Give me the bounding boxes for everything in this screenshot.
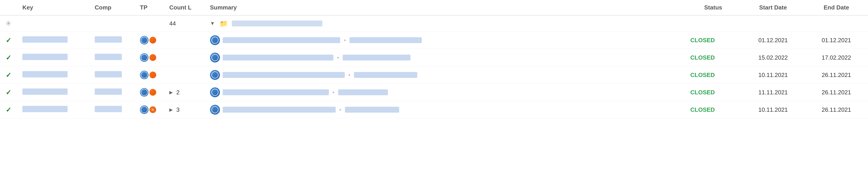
col-header-end-date[interactable]: End Date: [805, 0, 868, 15]
aggregate-status-cell: [685, 15, 741, 32]
row4-end-date: 26.11.2021: [805, 84, 868, 101]
row2-summary-icon: [210, 52, 220, 63]
row1-comp-blurred: [95, 36, 122, 43]
row4-summary-text2: [338, 89, 388, 95]
row2-status-badge: CLOSED: [690, 54, 715, 61]
row3-tp-atlas-icon: [140, 71, 149, 79]
row1-summary-cell: •: [205, 32, 685, 49]
row5-summary-icon: [210, 105, 220, 115]
main-table-container: Key Comp TP Count L Summary Status Start…: [0, 0, 868, 118]
row4-summary-text1: [223, 89, 329, 95]
row2-dot: •: [337, 54, 339, 61]
row1-comp-cell: [89, 32, 134, 49]
spark-icon: ✳: [5, 20, 11, 28]
row3-summary-text1: [223, 72, 345, 78]
row5-comp-cell: [89, 101, 134, 118]
row5-check-cell: ✓: [0, 101, 17, 118]
row2-key-blurred: [22, 54, 68, 60]
expand-arrow-icon[interactable]: ▼: [210, 21, 215, 27]
row4-count-num: 2: [176, 89, 180, 96]
col-header-key[interactable]: Key: [17, 0, 89, 15]
row2-summary-content: •: [210, 52, 617, 63]
row4-tp-atlas-icon: [140, 88, 149, 96]
row1-tp-atlas-icon: [140, 36, 149, 44]
row4-summary-cell: •: [205, 84, 685, 101]
row4-tp-cell: [134, 84, 164, 101]
row4-key-cell[interactable]: [17, 84, 89, 101]
row3-end-date: 26.11.2021: [805, 66, 868, 84]
row5-dot: •: [339, 106, 341, 113]
row5-tp-slash-icon: ≈: [149, 106, 156, 113]
col-header-summary[interactable]: Summary: [205, 0, 685, 15]
row5-count-num: 3: [176, 106, 180, 113]
row2-tp-group: [140, 53, 158, 62]
checkmark-icon: ✓: [6, 37, 11, 44]
col-header-check: [0, 0, 17, 15]
row2-count-cell: [164, 49, 205, 66]
col-header-status[interactable]: Status: [685, 0, 741, 15]
col-header-count[interactable]: Count L: [164, 0, 205, 15]
row1-status-cell: CLOSED: [685, 32, 741, 49]
row4-comp-blurred: [95, 88, 122, 95]
row4-expand-icon[interactable]: ▶: [169, 90, 173, 95]
row1-status-badge: CLOSED: [690, 37, 715, 44]
row1-check-cell: ✓: [0, 32, 17, 49]
aggregate-count-cell: 44: [164, 15, 205, 32]
row4-status-badge: CLOSED: [690, 89, 715, 96]
row2-summary-text2: [343, 54, 410, 61]
aggregate-check-cell: ✳: [0, 15, 17, 32]
row5-end-date: 26.11.2021: [805, 101, 868, 118]
row1-tp-orange-icon: [149, 37, 156, 44]
issues-table: Key Comp TP Count L Summary Status Start…: [0, 0, 868, 118]
row5-summary-cell: •: [205, 101, 685, 118]
row2-comp-cell: [89, 49, 134, 66]
row3-comp-blurred: [95, 71, 122, 77]
aggregate-row: ✳ 44 ▼ 📁: [0, 15, 868, 32]
table-row: ✓ ▶ 2: [0, 84, 868, 101]
row2-summary-cell: •: [205, 49, 685, 66]
row5-count-cell: ▶ 3: [164, 101, 205, 118]
row3-summary-text2: [354, 72, 417, 78]
row5-tp-atlas-icon: [140, 105, 149, 114]
row5-summary-text2: [345, 107, 399, 113]
row3-key-cell[interactable]: [17, 66, 89, 84]
row5-key-cell[interactable]: [17, 101, 89, 118]
row2-tp-atlas-icon: [140, 53, 149, 62]
row3-summary-icon: [210, 70, 220, 80]
row4-count-cell: ▶ 2: [164, 84, 205, 101]
aggregate-summary-blurred: [232, 21, 322, 27]
row3-status-badge: CLOSED: [690, 72, 715, 78]
row2-end-date: 17.02.2022: [805, 49, 868, 66]
row1-dot: •: [344, 37, 346, 44]
row4-check-cell: ✓: [0, 84, 17, 101]
col-header-comp[interactable]: Comp: [89, 0, 134, 15]
aggregate-summary-cell: ▼ 📁: [205, 15, 685, 32]
row4-comp-cell: [89, 84, 134, 101]
row2-key-cell[interactable]: [17, 49, 89, 66]
row3-summary-content: •: [210, 70, 617, 80]
row2-tp-cell: [134, 49, 164, 66]
row3-tp-cell: [134, 66, 164, 84]
row3-comp-cell: [89, 66, 134, 84]
row3-tp-group: [140, 71, 158, 79]
row4-status-cell: CLOSED: [685, 84, 741, 101]
row2-start-date: 15.02.2022: [741, 49, 805, 66]
checkmark-icon: ✓: [6, 71, 11, 79]
row3-tp-orange-icon: [149, 72, 156, 78]
row1-end-date: 01.12.2021: [805, 32, 868, 49]
row1-key-cell[interactable]: [17, 32, 89, 49]
row2-tp-orange-icon: [149, 54, 156, 61]
row3-key-blurred: [22, 71, 68, 77]
col-header-start-date[interactable]: Start Date: [741, 0, 805, 15]
row5-comp-blurred: [95, 106, 122, 112]
row5-expand-icon[interactable]: ▶: [169, 107, 173, 112]
row4-summary-icon: [210, 87, 220, 97]
row3-dot: •: [348, 72, 350, 79]
col-header-tp[interactable]: TP: [134, 0, 164, 15]
row5-summary-text1: [223, 107, 336, 113]
aggregate-count: 44: [169, 20, 176, 27]
row2-comp-blurred: [95, 54, 122, 60]
row5-key-blurred: [22, 106, 68, 112]
row1-summary-text2: [349, 37, 422, 43]
row5-summary-content: •: [210, 105, 617, 115]
